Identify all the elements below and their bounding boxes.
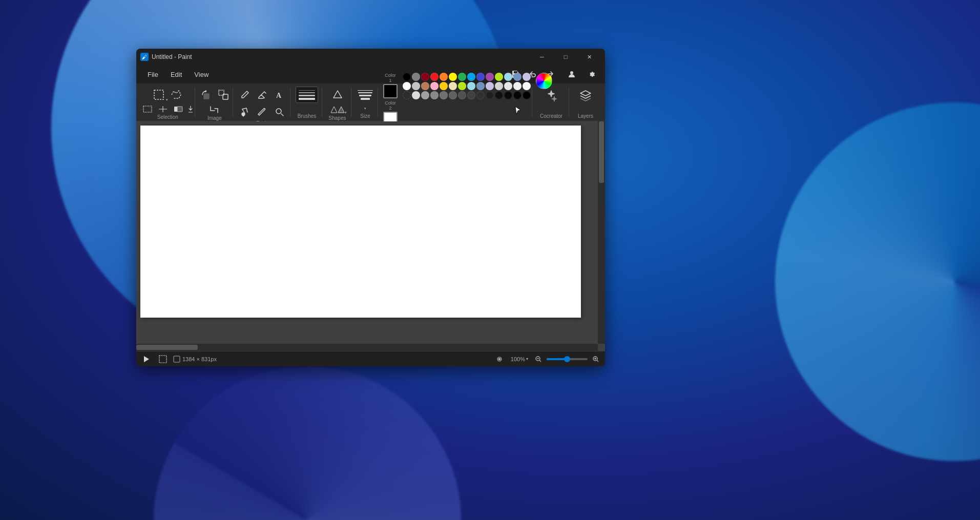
- profile-button[interactable]: [564, 67, 579, 81]
- palette-swatch[interactable]: [504, 82, 512, 90]
- palette-swatch[interactable]: [430, 73, 439, 81]
- v-scrollbar[interactable]: [598, 121, 605, 344]
- zoom-in-button[interactable]: [591, 353, 601, 365]
- minimize-button[interactable]: ─: [530, 49, 554, 65]
- crop-button[interactable]: [206, 104, 223, 115]
- palette-swatch[interactable]: [495, 82, 503, 90]
- menu-bar: File Edit View: [136, 65, 605, 84]
- v-scroll-thumb[interactable]: [599, 121, 604, 183]
- resize-skew-button[interactable]: [215, 87, 232, 103]
- h-scroll-thumb[interactable]: [136, 345, 198, 350]
- fill-button[interactable]: [237, 104, 253, 120]
- palette-swatch[interactable]: [430, 91, 439, 99]
- magnifier-button[interactable]: [272, 104, 288, 120]
- zoom-slider[interactable]: [547, 358, 588, 360]
- shapes-section: ▾ Shapes: [323, 84, 351, 121]
- brushes-label: Brushes: [298, 113, 317, 119]
- outline-button[interactable]: ▾: [329, 104, 346, 115]
- palette-swatch[interactable]: [523, 82, 531, 90]
- palette-swatch[interactable]: [412, 82, 420, 90]
- palette-swatch[interactable]: [486, 91, 494, 99]
- palette-swatch[interactable]: [467, 73, 475, 81]
- svg-line-22: [597, 360, 598, 362]
- palette-swatch[interactable]: [467, 82, 475, 90]
- pencil-button[interactable]: [237, 87, 253, 103]
- rotate-flip-button[interactable]: [198, 87, 214, 103]
- palette-swatch[interactable]: [504, 73, 512, 81]
- status-bar: 1384 × 831px 100% ▾: [136, 351, 605, 366]
- palette-swatch[interactable]: [421, 82, 429, 90]
- rectangle-select-button[interactable]: ▾: [151, 87, 167, 103]
- palette-swatch[interactable]: [440, 91, 448, 99]
- select-all-button[interactable]: [140, 104, 155, 114]
- canvas-wrapper[interactable]: [136, 121, 605, 322]
- bg-decoration: [775, 102, 980, 461]
- palette-swatch[interactable]: [440, 73, 448, 81]
- image-actions-button[interactable]: [171, 104, 185, 114]
- selection-indicator[interactable]: [157, 353, 169, 365]
- brushes-section: Brushes: [291, 84, 322, 121]
- palette-swatch[interactable]: [476, 73, 485, 81]
- palette-swatch[interactable]: [523, 91, 531, 99]
- fill-select-button[interactable]: [186, 104, 195, 114]
- color-picker-button[interactable]: [254, 104, 270, 120]
- palette-swatch[interactable]: [458, 91, 466, 99]
- layers-section: Layers: [570, 84, 601, 121]
- palette-swatch[interactable]: [495, 91, 503, 99]
- palette-swatch[interactable]: [504, 91, 512, 99]
- zoom-dropdown[interactable]: 100% ▾: [509, 355, 530, 363]
- settings-button[interactable]: [583, 67, 599, 81]
- palette-swatch[interactable]: [412, 73, 420, 81]
- palette-swatch[interactable]: [449, 73, 457, 81]
- free-select-button[interactable]: [168, 87, 184, 103]
- menu-file[interactable]: File: [142, 69, 163, 80]
- palette-swatch[interactable]: [449, 91, 457, 99]
- palette-swatch[interactable]: [476, 82, 485, 90]
- image-label: Image: [207, 115, 222, 121]
- palette-swatch[interactable]: [412, 91, 420, 99]
- layers-button[interactable]: [576, 87, 595, 105]
- palette-swatch[interactable]: [458, 82, 466, 90]
- size-picker-button[interactable]: [357, 87, 373, 103]
- color1-swatch[interactable]: [383, 84, 398, 98]
- canvas[interactable]: [140, 126, 581, 318]
- palette-swatch[interactable]: [476, 91, 485, 99]
- palette-swatch-transparent[interactable]: [403, 91, 411, 99]
- palette-swatch[interactable]: [403, 73, 411, 81]
- title-bar: 🖌 Untitled - Paint ─ □ ✕: [136, 49, 605, 65]
- palette-swatch[interactable]: [458, 73, 466, 81]
- cocreator-label: Cocreator: [540, 113, 562, 119]
- selection-label: Selection: [157, 114, 178, 120]
- palette-swatch[interactable]: [403, 82, 411, 90]
- palette-swatch[interactable]: [486, 82, 494, 90]
- palette-swatch[interactable]: [523, 73, 531, 81]
- invert-select-button[interactable]: [156, 104, 170, 114]
- screenshot-button[interactable]: [493, 353, 506, 365]
- palette-swatch[interactable]: [513, 73, 522, 81]
- maximize-button[interactable]: □: [554, 49, 577, 65]
- palette-swatch[interactable]: [513, 82, 522, 90]
- text-button[interactable]: A: [272, 87, 288, 103]
- palette-swatch[interactable]: [421, 73, 429, 81]
- close-button[interactable]: ✕: [577, 49, 601, 65]
- eraser-button[interactable]: [254, 87, 270, 103]
- menu-edit[interactable]: Edit: [165, 69, 187, 80]
- zoom-out-button[interactable]: [533, 353, 544, 365]
- palette-swatch[interactable]: [421, 91, 429, 99]
- shapes-button[interactable]: [329, 87, 346, 103]
- play-button[interactable]: [140, 353, 153, 365]
- menu-view[interactable]: View: [189, 69, 214, 80]
- brush-preview[interactable]: [296, 87, 318, 103]
- palette-swatch[interactable]: [486, 73, 494, 81]
- cocreator-button[interactable]: [542, 87, 560, 105]
- canvas-container[interactable]: [136, 121, 605, 351]
- palette-swatch[interactable]: [440, 82, 448, 90]
- palette-swatch[interactable]: [513, 91, 522, 99]
- palette-swatch[interactable]: [495, 73, 503, 81]
- palette-swatch[interactable]: [430, 82, 439, 90]
- h-scrollbar[interactable]: [136, 344, 598, 351]
- size-dropdown-button[interactable]: ▾: [357, 104, 373, 113]
- palette-swatch[interactable]: [449, 82, 457, 90]
- svg-rect-8: [204, 94, 209, 99]
- palette-swatch[interactable]: [467, 91, 475, 99]
